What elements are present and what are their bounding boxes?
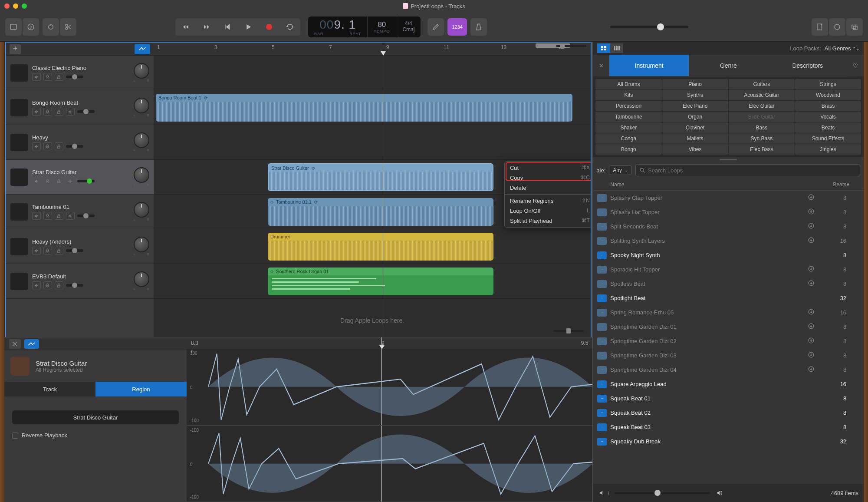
- fullscreen-window-icon[interactable]: [22, 3, 27, 9]
- mute-button[interactable]: [32, 73, 41, 81]
- loop-row[interactable]: ~ Sporadic Hit Topper 8: [593, 262, 864, 277]
- editor-ruler[interactable]: 8.3 9 9.5: [187, 337, 592, 349]
- track-header[interactable]: Heavy (Anders) LR: [6, 229, 154, 264]
- go-to-start-button[interactable]: [217, 18, 238, 36]
- track-volume-slider[interactable]: [66, 284, 83, 287]
- mute-button[interactable]: [32, 177, 41, 185]
- region-organ[interactable]: ◇Southern Rock Organ 01: [268, 268, 493, 295]
- pan-knob[interactable]: [134, 167, 149, 183]
- arrange-grid[interactable]: 13579111315 Bongo Room Beat.1⟳: [154, 43, 591, 337]
- track-instrument-icon[interactable]: [10, 203, 28, 221]
- category-button[interactable]: Bass: [729, 122, 795, 133]
- loop-row[interactable]: ~ Springtime Garden Dizi 04 8: [593, 363, 864, 377]
- category-button[interactable]: Tambourine: [595, 112, 661, 122]
- loop-row[interactable]: ~ Splashy Clap Topper 8: [593, 191, 864, 205]
- mute-button[interactable]: [32, 142, 41, 150]
- metronome-button[interactable]: [470, 18, 487, 36]
- lock-button[interactable]: [55, 281, 63, 289]
- pan-knob[interactable]: [134, 271, 149, 287]
- track-header[interactable]: EVB3 Default LR: [6, 264, 154, 299]
- category-button[interactable]: All Drums: [595, 79, 661, 89]
- track-instrument-icon[interactable]: [10, 168, 28, 186]
- track-header[interactable]: Heavy LR: [6, 125, 154, 160]
- category-button[interactable]: Kits: [595, 90, 661, 100]
- loop-row[interactable]: ~ Split Seconds Beat 8: [593, 219, 864, 234]
- category-button[interactable]: Elec Piano: [662, 101, 728, 111]
- region-bongo[interactable]: Bongo Room Beat.1⟳: [156, 94, 572, 122]
- lock-button[interactable]: [55, 247, 63, 254]
- automation-toggle-button[interactable]: [135, 44, 150, 54]
- category-button[interactable]: Shaker: [595, 122, 661, 133]
- loop-row[interactable]: ~ Squeak Beat 03 8: [593, 420, 864, 434]
- category-button[interactable]: Syn Bass: [729, 133, 795, 144]
- tab-genre[interactable]: Genre: [689, 55, 768, 76]
- lcd-display[interactable]: 009. 1 BARBEAT 80 TEMPO 4/4 Cmaj: [308, 17, 421, 37]
- solo-button[interactable]: [43, 177, 52, 185]
- loop-row[interactable]: ~ Squeak Beat 02 8: [593, 406, 864, 420]
- editor-zoom-slider[interactable]: [553, 330, 584, 332]
- record-button[interactable]: [259, 18, 279, 36]
- ctx-rename[interactable]: Rename Regions⇧N: [505, 196, 591, 206]
- category-button[interactable]: Strings: [795, 79, 861, 89]
- mute-button[interactable]: [32, 247, 41, 254]
- ctx-split[interactable]: Split at Playhead⌘T: [505, 216, 591, 226]
- loop-row[interactable]: ~ Springtime Garden Dizi 03 8: [593, 348, 864, 363]
- category-resize-handle[interactable]: [593, 157, 864, 162]
- track-volume-slider[interactable]: [66, 145, 83, 148]
- add-track-button[interactable]: +: [10, 44, 21, 54]
- solo-button[interactable]: [43, 212, 52, 220]
- category-button[interactable]: Synths: [662, 90, 728, 100]
- track-volume-slider[interactable]: [66, 249, 83, 252]
- col-name[interactable]: Name: [610, 182, 807, 188]
- category-button[interactable]: Elec Bass: [729, 144, 795, 155]
- solo-button[interactable]: [43, 247, 52, 254]
- download-icon[interactable]: [808, 366, 817, 373]
- download-icon[interactable]: [808, 237, 817, 244]
- category-button[interactable]: Mallets: [662, 133, 728, 144]
- track-header[interactable]: Strat Disco Guitar LR: [6, 160, 154, 195]
- download-icon[interactable]: [808, 280, 817, 287]
- track-volume-slider[interactable]: [77, 180, 95, 182]
- editor-tab-track[interactable]: Track: [4, 382, 95, 396]
- track-instrument-icon[interactable]: [10, 134, 28, 151]
- category-button[interactable]: Acoustic Guitar: [729, 90, 795, 100]
- track-header[interactable]: Bongo Room Beat LR: [6, 90, 154, 125]
- playhead[interactable]: [383, 43, 383, 337]
- search-input[interactable]: [648, 167, 856, 174]
- mute-button[interactable]: [32, 281, 41, 289]
- track-header[interactable]: Classic Electric Piano LR: [6, 56, 154, 90]
- track-header[interactable]: Tambourine 01 LR: [6, 195, 154, 229]
- input-monitor-button[interactable]: [66, 108, 75, 116]
- category-button[interactable]: Brass: [795, 101, 861, 111]
- track-instrument-icon[interactable]: [10, 238, 28, 255]
- category-button[interactable]: Vocals: [795, 112, 861, 122]
- track-volume-slider[interactable]: [77, 215, 95, 217]
- preview-volume-icon[interactable]: ): [598, 490, 609, 496]
- preview-volume-slider[interactable]: [615, 492, 710, 494]
- horizontal-zoom-slider[interactable]: [556, 45, 586, 51]
- loop-row[interactable]: ~ Spotless Beat 8: [593, 277, 864, 291]
- track-volume-slider[interactable]: [66, 76, 83, 78]
- download-icon[interactable]: [808, 266, 817, 273]
- region-drummer[interactable]: Drummer: [268, 233, 493, 261]
- count-in-button[interactable]: 1234: [447, 18, 467, 36]
- favorites-tab[interactable]: ♡: [847, 55, 864, 76]
- tab-descriptors[interactable]: Descriptors: [768, 55, 848, 76]
- loop-row[interactable]: ~ Squeaky Dub Break 32: [593, 434, 864, 449]
- track-volume-slider[interactable]: [77, 110, 95, 113]
- media-panel-button[interactable]: [846, 18, 863, 36]
- category-button[interactable]: Vibes: [662, 144, 728, 155]
- search-field[interactable]: [635, 164, 860, 176]
- download-icon[interactable]: [808, 309, 817, 316]
- loop-row[interactable]: ~ Spotlight Beat 32: [593, 291, 864, 305]
- loop-row[interactable]: ~ Spring Romance Erhu 05 16: [593, 305, 864, 320]
- editor-mode-icon[interactable]: [9, 339, 21, 349]
- solo-button[interactable]: [43, 142, 52, 150]
- editor-automation-icon[interactable]: [24, 339, 39, 349]
- pan-knob[interactable]: [134, 132, 149, 148]
- reverse-playback-checkbox[interactable]: Reverse Playback: [12, 432, 179, 439]
- track-instrument-icon[interactable]: [10, 64, 28, 82]
- solo-button[interactable]: [43, 281, 52, 289]
- loop-row[interactable]: ~ Square Arpeggio Lead 16: [593, 377, 864, 391]
- lock-button[interactable]: [55, 73, 63, 81]
